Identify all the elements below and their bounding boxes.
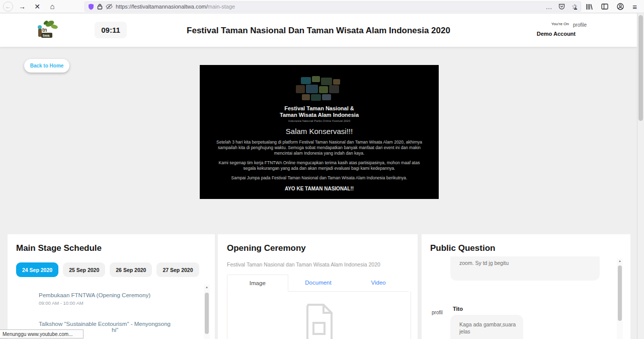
schedule-item-title: Pembukaan FTNTWA (Opening Ceremony): [39, 292, 205, 298]
ceremony-title: Opening Ceremony: [227, 243, 418, 253]
browser-toolbar: ← → ✕ ⌂ https://festivaltamannasionaltwa…: [0, 0, 644, 13]
schedule-title: Main Stage Schedule: [16, 243, 215, 253]
sidebar-icon[interactable]: [601, 4, 608, 10]
scroll-up-arrow-icon[interactable]: ▲: [204, 285, 210, 289]
schedule-scrollbar[interactable]: ▲: [204, 285, 210, 339]
ceremony-image-panel: [227, 292, 411, 339]
comments-list[interactable]: zoom. Sy td jg begitu profil Tito Kaga a…: [430, 256, 616, 339]
pocket-icon[interactable]: [558, 4, 565, 10]
lock-icon[interactable]: [97, 4, 103, 10]
address-bar[interactable]: https://festivaltamannasionaltwa.com/mai…: [85, 2, 581, 12]
tracking-shield-icon[interactable]: [88, 4, 94, 10]
public-question-title: Public Question: [430, 243, 630, 253]
youre-on-label: You're On: [551, 22, 569, 26]
public-question-card: Public Question zoom. Sy td jg begitu pr…: [422, 234, 630, 339]
window-scrollbar-thumb[interactable]: [638, 15, 643, 121]
account-icon[interactable]: [617, 3, 624, 10]
home-icon[interactable]: ⌂: [46, 1, 58, 12]
url-text[interactable]: https://festivaltamannasionaltwa.com/mai…: [116, 4, 235, 10]
account-name: Demo Account: [506, 31, 576, 37]
window-scrollbar[interactable]: [637, 13, 644, 339]
scroll-up-arrow-icon[interactable]: ▲: [617, 258, 623, 262]
comment-author: Tito: [453, 306, 463, 312]
schedule-item-title: Talkshow "Sustainable Ecotourism" - Meny…: [39, 321, 205, 327]
browser-status-tooltip: Menunggu www.youtube.com...: [0, 329, 84, 338]
avatar-placeholder: profil: [432, 310, 443, 315]
schedule-item-time: 09:00 AM - 10:00 AM: [39, 300, 205, 306]
schedule-scrollbar-thumb[interactable]: [205, 293, 209, 334]
stage-paragraph: Setelah 3 hari kita berpetualang di plat…: [216, 140, 423, 156]
stage-paragraph: Kami segenap tim kerja FTNTWA Online men…: [216, 160, 423, 171]
menu-icon[interactable]: ≡: [632, 3, 637, 11]
forward-icon[interactable]: →: [16, 1, 28, 12]
ceremony-tabs: Image Document Video: [227, 275, 409, 292]
date-tab-24-sep[interactable]: 24 Sep 2020: [16, 262, 58, 277]
stop-icon[interactable]: ✕: [31, 1, 43, 12]
comments-scrollbar-thumb[interactable]: [618, 265, 622, 321]
schedule-date-tabs: 24 Sep 2020 25 Sep 2020 26 Sep 2020 27 S…: [16, 262, 215, 277]
tab-document[interactable]: Document: [288, 275, 349, 291]
opening-ceremony-card: Opening Ceremony Festival Taman Nasional…: [218, 234, 418, 339]
back-icon[interactable]: ←: [3, 2, 13, 12]
profile-avatar-alt: profile: [573, 22, 587, 28]
back-to-home-button[interactable]: Back to Home: [24, 59, 69, 73]
site-header: tn twa 09:11 Festival Taman Nasional Dan…: [0, 14, 637, 47]
stage-paragraph: Sampai Jumpa pada Festival Taman Nasiona…: [229, 175, 410, 181]
date-tab-26-sep[interactable]: 26 Sep 2020: [110, 262, 152, 277]
stage-logo-subtitle: Indonesia National Parks Online Festival…: [200, 119, 439, 122]
main-stage-video-panel[interactable]: Festival Taman Nasional & Taman Wisata A…: [200, 65, 439, 199]
account-area[interactable]: You're Onprofile Demo Account: [506, 20, 587, 37]
tracking-protection-off-icon[interactable]: [106, 4, 113, 10]
tab-video[interactable]: Video: [348, 275, 409, 291]
download-icon[interactable]: ↓: [574, 4, 578, 10]
stage-greeting: Salam Konservasi!!!: [200, 127, 439, 135]
comments-scrollbar[interactable]: ▲: [617, 258, 623, 339]
tab-image[interactable]: Image: [227, 275, 288, 292]
stage-logo-title: Festival Taman Nasional & Taman Wisata A…: [200, 105, 439, 118]
comment-bubble: Kaga ada gambar,suara jelas: [450, 315, 523, 339]
date-tab-25-sep[interactable]: 25 Sep 2020: [63, 262, 105, 277]
ceremony-subtitle: Festival Taman Nasional dan Taman Wisata…: [227, 261, 418, 267]
comment-bubble: zoom. Sy td jg begitu: [450, 256, 600, 281]
library-icon[interactable]: [586, 4, 593, 10]
stage-closing-line: AYO KE TAMAN NASIONAL!!: [200, 186, 439, 191]
date-tab-27-sep[interactable]: 27 Sep 2020: [156, 262, 199, 277]
page-actions-icon[interactable]: …: [545, 3, 552, 11]
image-placeholder-icon: [304, 303, 334, 339]
festival-logo-collage: [292, 76, 347, 104]
schedule-item[interactable]: Pembukaan FTNTWA (Opening Ceremony) 09:0…: [39, 292, 205, 306]
main-stage-schedule-card: Main Stage Schedule 24 Sep 2020 25 Sep 2…: [8, 234, 215, 339]
